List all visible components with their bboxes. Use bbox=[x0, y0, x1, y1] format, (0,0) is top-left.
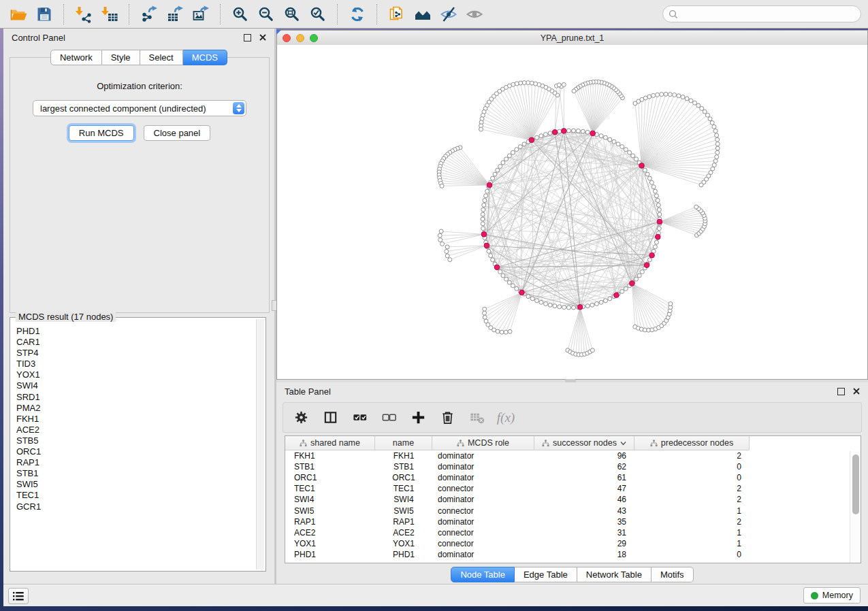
network-canvas[interactable] bbox=[277, 45, 867, 379]
table-panel-float-icon[interactable] bbox=[837, 388, 845, 395]
export-network-button[interactable] bbox=[138, 3, 160, 25]
cell-shared-name: SWI5 bbox=[285, 506, 375, 516]
delete-row-icon bbox=[440, 410, 455, 425]
show-columns-icon bbox=[323, 410, 338, 425]
select-all-button[interactable] bbox=[351, 409, 368, 427]
import-network-button[interactable] bbox=[73, 3, 95, 25]
column-type-icon bbox=[542, 440, 549, 447]
show-all-icon bbox=[466, 5, 483, 23]
table-row[interactable]: SWI4SWI4dominator462 bbox=[285, 494, 861, 505]
mcds-result-list[interactable]: PHD1CAR1STP4TID3YOX1SWI4SRD1PMA2FKH1ACE2… bbox=[12, 326, 256, 569]
tab-edge-table[interactable]: Edge Table bbox=[515, 567, 577, 582]
settings-button[interactable] bbox=[292, 409, 310, 427]
cell-predecessor-nodes: 1 bbox=[634, 528, 750, 538]
table-row[interactable]: TEC1TEC1connector472 bbox=[285, 483, 861, 494]
table-row[interactable]: SWI5SWI5connector431 bbox=[285, 505, 861, 516]
tab-style[interactable]: Style bbox=[102, 50, 140, 65]
column-header-predecessor-nodes[interactable]: predecessor nodes bbox=[634, 436, 750, 450]
network-window-titlebar[interactable]: YPA_prune.txt_1 bbox=[277, 31, 867, 46]
column-header-successor-nodes[interactable]: successor nodes bbox=[534, 436, 634, 450]
table-scrollbar-thumb[interactable] bbox=[852, 455, 859, 514]
cell-name: SWI5 bbox=[375, 506, 432, 516]
cell-name: ACE2 bbox=[375, 528, 432, 538]
mcds-options-panel: Optimization criterion: largest connecte… bbox=[10, 57, 270, 313]
mcds-scrollbar[interactable] bbox=[256, 319, 264, 569]
cell-shared-name: FKH1 bbox=[285, 451, 375, 461]
export-image-button[interactable] bbox=[190, 3, 212, 25]
cell-MCDS-role: connector bbox=[432, 506, 534, 516]
cell-MCDS-role: dominator bbox=[432, 495, 534, 504]
import-table-button[interactable] bbox=[99, 3, 120, 25]
first-neighbors-button[interactable] bbox=[412, 3, 434, 25]
clone-network-button[interactable] bbox=[386, 3, 408, 25]
table-row[interactable]: ORC1ORC1dominator610 bbox=[285, 472, 861, 483]
toolbar-separator bbox=[337, 4, 338, 24]
table-panel-header: Table Panel bbox=[276, 382, 868, 400]
function-builder-button: f(x) bbox=[497, 409, 515, 427]
table-row[interactable]: STB1STB1dominator620 bbox=[285, 461, 861, 472]
memory-status-icon bbox=[811, 592, 818, 599]
cell-MCDS-role: connector bbox=[432, 528, 534, 538]
export-table-button[interactable] bbox=[164, 3, 186, 25]
cell-predecessor-nodes: 0 bbox=[634, 462, 750, 472]
control-panel-close-icon[interactable] bbox=[259, 31, 266, 44]
cell-name: TEC1 bbox=[375, 484, 432, 493]
close-mcds-panel-button[interactable]: Close panel bbox=[144, 125, 211, 141]
table-row[interactable]: FKH1FKH1dominator962 bbox=[285, 450, 861, 461]
cell-name: STB1 bbox=[375, 462, 432, 472]
tab-network-table[interactable]: Network Table bbox=[577, 567, 652, 582]
network-graph[interactable] bbox=[277, 45, 867, 379]
export-table-icon bbox=[166, 5, 184, 23]
refresh-view-button[interactable] bbox=[347, 3, 368, 25]
tab-motifs[interactable]: Motifs bbox=[652, 567, 694, 582]
column-header-shared-name[interactable]: shared name bbox=[285, 436, 375, 450]
zoom-fit-content-icon bbox=[283, 5, 301, 23]
settings-icon bbox=[293, 410, 309, 425]
optimization-dropdown[interactable]: largest connected component (undirected) bbox=[33, 100, 246, 116]
frame-resize-corner-icon[interactable] bbox=[276, 30, 281, 35]
open-file-button[interactable] bbox=[7, 3, 29, 25]
table-row[interactable]: PHD1PHD1dominator180 bbox=[285, 549, 861, 560]
show-columns-button[interactable] bbox=[321, 409, 339, 427]
zoom-out-button[interactable] bbox=[255, 3, 277, 25]
cell-name: RAP1 bbox=[375, 517, 432, 527]
mcds-result-item: CAR1 bbox=[12, 337, 256, 348]
add-row-button[interactable] bbox=[409, 409, 427, 427]
column-header-MCDS-role[interactable]: MCDS role bbox=[432, 436, 534, 450]
table-row[interactable]: ACE2ACE2connector311 bbox=[285, 527, 861, 538]
delete-row-button[interactable] bbox=[438, 409, 456, 427]
cell-predecessor-nodes: 2 bbox=[634, 495, 750, 504]
table-row[interactable]: YOX1YOX1connector291 bbox=[285, 538, 861, 549]
table-row[interactable]: RAP1RAP1dominator352 bbox=[285, 516, 861, 527]
table-header-row: shared namenameMCDS rolesuccessor nodesp… bbox=[285, 436, 861, 450]
save-session-icon bbox=[35, 5, 53, 23]
zoom-fit-content-button[interactable] bbox=[281, 3, 303, 25]
save-session-button[interactable] bbox=[33, 3, 55, 25]
column-header-name[interactable]: name bbox=[375, 436, 432, 450]
deselect-all-button[interactable] bbox=[380, 409, 398, 427]
memory-label: Memory bbox=[822, 591, 853, 600]
search-box bbox=[662, 5, 861, 22]
cell-shared-name: STB1 bbox=[285, 462, 375, 472]
tab-select[interactable]: Select bbox=[140, 50, 183, 65]
zoom-in-button[interactable] bbox=[229, 3, 251, 25]
table-panel-close-icon[interactable] bbox=[853, 385, 860, 397]
hide-selected-button[interactable] bbox=[438, 3, 460, 25]
task-history-button[interactable] bbox=[8, 588, 29, 604]
toolbar-separator bbox=[376, 4, 378, 24]
tab-mcds[interactable]: MCDS bbox=[183, 50, 227, 65]
mcds-result-item: PMA2 bbox=[12, 403, 256, 414]
search-input[interactable] bbox=[681, 8, 861, 20]
show-all-button[interactable] bbox=[464, 3, 485, 25]
run-mcds-button[interactable]: Run MCDS bbox=[69, 125, 134, 141]
cell-name: SWI4 bbox=[375, 495, 432, 504]
add-row-icon bbox=[411, 410, 426, 425]
control-panel-float-icon[interactable] bbox=[244, 34, 251, 42]
hide-selected-icon bbox=[440, 5, 457, 23]
cell-name: FKH1 bbox=[375, 451, 432, 461]
tab-network[interactable]: Network bbox=[50, 50, 102, 65]
cell-shared-name: YOX1 bbox=[285, 539, 375, 548]
memory-button[interactable]: Memory bbox=[803, 587, 861, 604]
zoom-selected-button[interactable] bbox=[307, 3, 329, 25]
tab-node-table[interactable]: Node Table bbox=[451, 567, 515, 582]
